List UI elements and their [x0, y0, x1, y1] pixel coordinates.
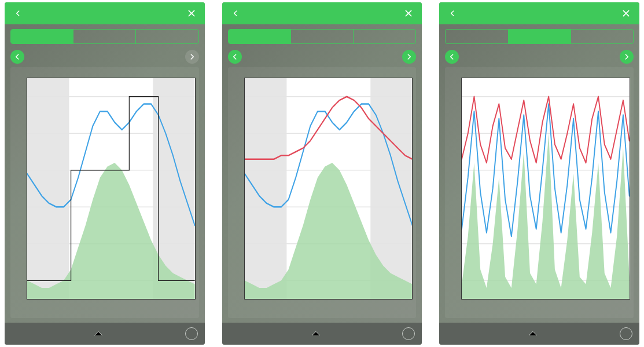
chart-plot [461, 78, 630, 299]
rooms-expand-button[interactable] [310, 327, 322, 340]
date-nav [439, 48, 639, 67]
bottom-bar [222, 323, 422, 345]
chart-container [228, 67, 417, 318]
tab-week[interactable] [73, 30, 135, 43]
date-nav [222, 48, 422, 67]
tab-day[interactable] [11, 30, 73, 43]
topbar [222, 2, 422, 24]
tab-month[interactable] [571, 30, 633, 43]
help-button[interactable] [620, 327, 632, 340]
prev-date-button[interactable] [228, 50, 242, 64]
range-tabs [10, 29, 199, 44]
tab-week[interactable] [290, 30, 353, 43]
next-date-button[interactable] [620, 50, 634, 64]
chart-container [10, 67, 199, 318]
y-axis [445, 78, 460, 299]
bottom-bar [5, 323, 205, 345]
heat-report-screen [222, 2, 422, 345]
prev-date-button[interactable] [10, 50, 24, 64]
close-button[interactable] [619, 6, 634, 21]
prev-date-button[interactable] [445, 50, 459, 64]
tab-week[interactable] [508, 30, 571, 43]
chart-plot [27, 78, 196, 299]
bottom-bar [439, 323, 639, 345]
close-button[interactable] [184, 6, 199, 21]
close-button[interactable] [401, 6, 416, 21]
help-button[interactable] [402, 327, 415, 340]
back-button[interactable] [445, 6, 460, 21]
date-nav [5, 48, 205, 67]
chart-plot [244, 78, 413, 299]
y-axis [228, 78, 243, 299]
heat-report-screen [5, 2, 205, 345]
range-tabs [445, 29, 634, 44]
tab-month[interactable] [353, 30, 415, 43]
help-button[interactable] [185, 327, 198, 340]
heat-report-screen [439, 2, 639, 345]
svg-rect-0 [27, 78, 69, 299]
topbar [5, 2, 205, 24]
range-tabs [228, 29, 417, 44]
rooms-expand-button[interactable] [527, 327, 539, 340]
next-date-button [185, 50, 199, 64]
rooms-expand-button[interactable] [92, 327, 105, 340]
svg-rect-8 [245, 78, 286, 299]
back-button[interactable] [228, 6, 243, 21]
next-date-button[interactable] [402, 50, 416, 64]
back-button[interactable] [10, 6, 25, 21]
y-axis [10, 78, 25, 299]
tab-day[interactable] [229, 30, 290, 43]
topbar [439, 2, 639, 24]
tab-month[interactable] [135, 30, 198, 43]
tab-day[interactable] [446, 30, 507, 43]
chart-container [445, 67, 634, 318]
